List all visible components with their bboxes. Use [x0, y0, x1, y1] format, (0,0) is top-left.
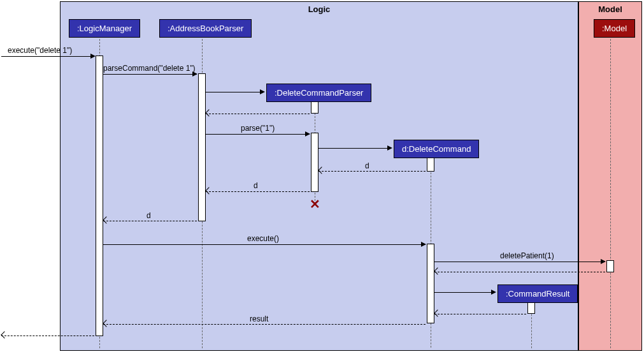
participant-address-book-parser: :AddressBookParser — [159, 19, 252, 38]
participant-model: :Model — [594, 19, 635, 38]
sequence-diagram: Logic Model :LogicManager :AddressBookPa… — [0, 0, 644, 354]
arrow-return-model — [434, 272, 605, 272]
arrowhead-create-dcp — [260, 89, 265, 94]
arrowhead-create-dc — [387, 145, 392, 151]
arrowhead-delete-patient — [601, 259, 606, 264]
participant-delete-command-parser: :DeleteCommandParser — [266, 84, 371, 102]
lifeline-model — [610, 36, 611, 348]
arrow-d3 — [103, 221, 197, 221]
activation-delete-command-parser-1 — [311, 101, 318, 114]
arrowhead-final-return — [1, 331, 8, 338]
arrow-parse1 — [206, 134, 310, 135]
arrow-return-dcp-create — [206, 114, 310, 114]
arrowhead-execute-delete1 — [90, 54, 96, 59]
arrow-create-dcp — [206, 92, 264, 92]
arrow-d2 — [206, 191, 310, 192]
participant-command-result: :CommandResult — [497, 284, 578, 303]
arrowhead-parse-command — [192, 71, 197, 77]
arrow-d1 — [318, 171, 426, 172]
arrow-final-return — [1, 336, 94, 336]
activation-delete-command-2 — [427, 244, 434, 323]
participant-logic-manager: :LogicManager — [69, 19, 140, 38]
participant-delete-command: d:DeleteCommand — [394, 140, 479, 158]
arrow-execute — [103, 244, 426, 245]
arrow-create-dc — [318, 148, 391, 149]
destroy-x-icon: ✕ — [310, 196, 320, 212]
activation-delete-command-parser-2 — [311, 133, 318, 192]
arrowhead-create-cr — [491, 290, 496, 295]
arrowhead-execute — [421, 242, 426, 247]
arrow-execute-delete1 — [1, 56, 94, 57]
arrow-parse-command — [103, 74, 197, 75]
arrow-result — [103, 324, 426, 325]
arrow-delete-patient — [434, 262, 605, 262]
activation-delete-command-1 — [427, 158, 434, 172]
activation-logic-manager — [96, 55, 103, 336]
arrow-return-cr — [434, 314, 526, 314]
frame-model-title: Model — [593, 2, 627, 17]
arrowhead-parse1 — [305, 131, 310, 136]
arrow-create-cr — [434, 292, 495, 293]
activation-command-result — [527, 302, 535, 314]
activation-address-book-parser — [198, 73, 206, 221]
frame-logic-title: Logic — [303, 2, 336, 17]
activation-model — [606, 260, 614, 272]
